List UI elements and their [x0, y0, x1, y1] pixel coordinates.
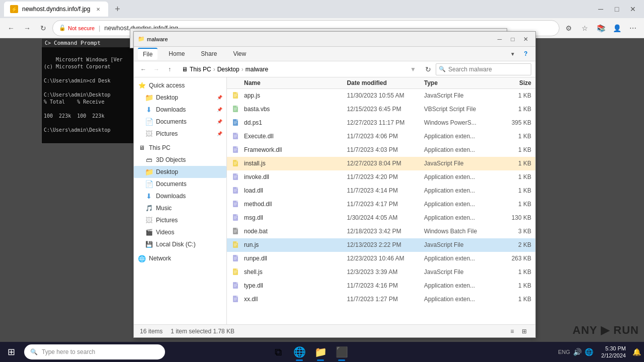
close-btn[interactable]: ✕ [520, 34, 531, 45]
table-row[interactable]: Framework.dll 11/7/2023 4:03 PM Applicat… [227, 143, 535, 157]
file-icon [231, 199, 241, 209]
documents-pc-icon: 📄 [145, 180, 153, 188]
tab-close-button[interactable]: ✕ [94, 5, 102, 13]
sidebar-item-local-disk[interactable]: 💾 Local Disk (C:) [134, 238, 226, 250]
cmd-title: Command Prompt [54, 40, 101, 46]
sidebar-item-pictures-quick[interactable]: 🖼 Pictures 📌 [134, 128, 226, 140]
breadcrumb-dropdown-icon[interactable]: ▼ [410, 66, 416, 73]
nav-back-btn[interactable]: ← [138, 64, 149, 75]
reload-button[interactable]: ↻ [36, 21, 50, 35]
ribbon-tab-home[interactable]: Home [164, 48, 190, 59]
table-row[interactable]: app.js 11/30/2023 10:55 AM JavaScript Fi… [227, 89, 535, 103]
desktop-pc-icon: 📁 [145, 168, 153, 176]
favorites-button[interactable]: ☆ [578, 21, 592, 35]
file-name: install.js [244, 160, 347, 167]
table-row[interactable]: invoke.dll 11/7/2023 4:20 PM Application… [227, 170, 535, 184]
sidebar-item-this-pc[interactable]: 🖥 This PC [134, 142, 226, 154]
taskbar-task-view[interactable]: ⧉ [268, 342, 288, 362]
breadcrumb[interactable]: 🖥 This PC › Desktop › malware ▼ [177, 64, 421, 74]
search-container: 🔍 [436, 63, 531, 75]
ribbon-tab-file[interactable]: File [138, 48, 157, 60]
table-row[interactable]: xx.dll 11/7/2023 1:27 PM Application ext… [227, 293, 535, 306]
file-type: Application exten... [424, 282, 501, 289]
sidebar-item-network[interactable]: 🌐 Network [134, 252, 226, 264]
extensions-button[interactable]: ⚙ [561, 21, 576, 35]
sidebar-item-desktop-quick[interactable]: 📁 Desktop 📌 [134, 92, 226, 104]
table-row[interactable]: node.bat 12/18/2023 3:42 PM Windows Batc… [227, 225, 535, 238]
ribbon-tab-share[interactable]: Share [196, 48, 222, 59]
sidebar-item-documents-pc[interactable]: 📄 Documents [134, 178, 226, 190]
minimize-browser-button[interactable]: ─ [594, 2, 608, 16]
nav-up-btn[interactable]: ↑ [164, 64, 175, 75]
start-button[interactable]: ⊞ [0, 342, 22, 362]
col-size-header: Size [501, 79, 531, 86]
search-input[interactable] [436, 63, 531, 75]
sidebar-item-3d-objects[interactable]: 🗃 3D Objects [134, 154, 226, 166]
desktop-quick-label: Desktop [156, 94, 178, 101]
taskbar-explorer[interactable]: 📁 [310, 342, 331, 362]
browser-tab[interactable]: ⚡ newhost.dyndns.info/f.jpg ✕ [4, 2, 108, 17]
large-icon-view-btn[interactable]: ⊞ [519, 326, 529, 336]
cmd-content: Microsoft Windows [Ver (c) Microsoft Cor… [44, 49, 137, 141]
table-row[interactable]: type.dll 11/7/2023 4:16 PM Application e… [227, 279, 535, 293]
new-tab-button[interactable]: + [110, 2, 124, 16]
table-row[interactable]: method.dll 11/7/2023 4:17 PM Application… [227, 198, 535, 211]
nav-forward-btn[interactable]: → [151, 64, 162, 75]
restore-browser-button[interactable]: □ [610, 2, 624, 16]
sidebar-item-documents-quick[interactable]: 📄 Documents 📌 [134, 116, 226, 128]
table-row[interactable]: shell.js 12/3/2023 3:39 AM JavaScript Fi… [227, 265, 535, 279]
clock-time: 5:30 PM [601, 345, 626, 352]
sidebar-item-downloads-quick[interactable]: ⬇ Downloads 📌 [134, 104, 226, 116]
refresh-btn[interactable]: ↻ [423, 64, 434, 75]
sidebar-item-videos[interactable]: 🎬 Videos [134, 226, 226, 238]
table-row[interactable]: install.js 12/27/2023 8:04 PM JavaScript… [227, 157, 535, 170]
taskbar-edge[interactable]: 🌐 [289, 342, 309, 362]
ribbon-tab-view[interactable]: View [228, 48, 251, 59]
taskbar-clock[interactable]: 5:30 PM 2/12/2024 [597, 345, 630, 359]
table-row[interactable]: basta.vbs 12/15/2023 6:45 PM VBScript Sc… [227, 103, 535, 116]
details-view-btn[interactable]: ≡ [507, 326, 517, 336]
table-row[interactable]: Execute.dll 11/7/2023 4:06 PM Applicatio… [227, 130, 535, 143]
file-date: 11/7/2023 4:16 PM [347, 282, 424, 289]
pin-icon4: 📌 [217, 131, 222, 136]
task-view-icon: ⧉ [275, 346, 282, 358]
volume-icon[interactable]: 🔊 [573, 348, 582, 356]
table-row[interactable]: dd.ps1 12/27/2023 11:17 PM Windows Power… [227, 116, 535, 130]
network-status-icon[interactable]: 🌐 [585, 348, 593, 356]
taskbar-terminal[interactable]: ⬛ [332, 342, 352, 362]
table-row[interactable]: msg.dll 1/30/2024 4:05 AM Application ex… [227, 211, 535, 225]
profile-button[interactable]: 👤 [610, 21, 624, 35]
close-browser-button[interactable]: ✕ [626, 2, 640, 16]
table-row[interactable]: run.js 12/13/2023 2:22 PM JavaScript Fil… [227, 238, 535, 252]
col-name-header: Name [244, 79, 347, 86]
file-date: 11/7/2023 4:03 PM [347, 146, 424, 153]
collections-button[interactable]: 📚 [594, 21, 608, 35]
table-row[interactable]: runpe.dll 12/23/2023 10:46 AM Applicatio… [227, 252, 535, 265]
breadcrumb-sep1: › [213, 66, 215, 73]
file-size: 1 KB [501, 187, 531, 194]
more-button[interactable]: ⋯ [626, 21, 640, 35]
table-row[interactable]: load.dll 11/7/2023 4:14 PM Application e… [227, 184, 535, 198]
help-btn[interactable]: ? [520, 48, 531, 59]
breadcrumb-icon: 🖥 [182, 66, 188, 73]
downloads-folder-icon: ⬇ [145, 106, 153, 114]
sidebar-item-downloads-pc[interactable]: ⬇ Downloads [134, 190, 226, 202]
sidebar-item-quick-access[interactable]: ⭐ Quick access [134, 79, 226, 92]
back-button[interactable]: ← [4, 21, 18, 35]
minimize-btn[interactable]: ─ [494, 34, 505, 45]
expand-ribbon-btn[interactable]: ▼ [507, 48, 518, 59]
file-icon [231, 294, 241, 304]
pictures-quick-label: Pictures [156, 130, 178, 137]
restore-btn[interactable]: □ [507, 34, 518, 45]
file-date: 12/15/2023 6:45 PM [347, 106, 424, 113]
forward-button[interactable]: → [20, 21, 34, 35]
file-size: 1 KB [501, 92, 531, 99]
svg-rect-21 [236, 146, 238, 148]
sidebar-item-music[interactable]: 🎵 Music [134, 202, 226, 214]
taskbar-search[interactable]: 🔍 Type here to search [24, 344, 165, 359]
sidebar-item-desktop-pc[interactable]: 📁 Desktop [134, 166, 226, 178]
notification-button[interactable]: 🔔 [630, 342, 644, 362]
explorer-titlebar: 📁 malware ─ □ ✕ [134, 32, 535, 47]
sidebar-item-pictures-pc[interactable]: 🖼 Pictures [134, 214, 226, 226]
explorer-window: 📁 malware ─ □ ✕ File Home Share View ▼ ?… [133, 31, 536, 338]
